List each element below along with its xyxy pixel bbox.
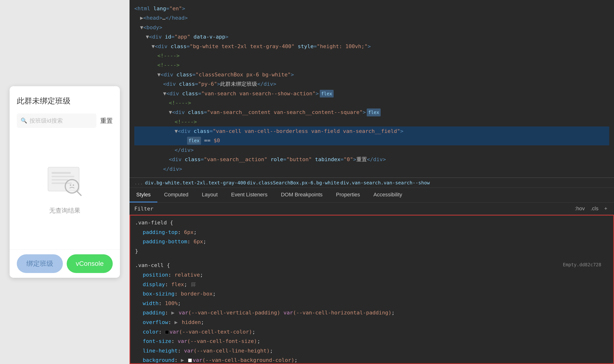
breadcrumb-bar: ... div.bg-white.text-2xl.text-gray-400 …: [129, 178, 614, 188]
css-property-line: position: relative;: [135, 270, 609, 280]
empty-text: 无查询结果: [49, 207, 80, 215]
svg-rect-2: [52, 176, 74, 177]
svg-point-8: [73, 184, 74, 186]
tree-line: ▶ <head>…</head>: [134, 13, 609, 23]
css-property-line: color: var(--van-cell-text-color);: [135, 327, 609, 337]
svg-point-7: [70, 184, 71, 186]
css-property-line: width: 100%;: [135, 299, 609, 308]
empty-illustration: [41, 162, 89, 201]
filter-buttons: :hov .cls +: [573, 205, 609, 213]
search-box[interactable]: 🔍 按班级id搜索: [17, 114, 97, 128]
html-tree: <html lang="en"> ▶ <head>…</head> ▼ <bod…: [129, 0, 614, 178]
tree-line: <html lang="en">: [134, 4, 609, 13]
css-property-line: padding-bottom: 6px;: [135, 237, 609, 247]
tree-line: ▼ <div class="van-search van-search--sho…: [134, 89, 609, 98]
css-property-line: line-height: var(--van-cell-line-height)…: [135, 346, 609, 356]
add-rule-button[interactable]: +: [602, 205, 609, 213]
css-property-line: padding: ▶ var(--van-cell-vertical-paddi…: [135, 308, 609, 318]
cls-button[interactable]: .cls: [588, 205, 600, 213]
tree-line: <!---->: [134, 60, 609, 70]
tab-dom-breakpoints[interactable]: DOM Breakpoints: [274, 188, 329, 202]
tree-line: <!---->: [134, 98, 609, 107]
tree-line: <!---->: [134, 117, 609, 126]
color-swatch-white[interactable]: [188, 359, 192, 362]
tree-line: </div>: [134, 145, 609, 155]
grid-icon[interactable]: [191, 283, 196, 287]
css-property-line: box-sizing: border-box;: [135, 289, 609, 299]
tab-layout[interactable]: Layout: [195, 188, 224, 202]
css-rule-van-cell: Empty.dd82c728 .van-cell { position: rel…: [135, 260, 609, 364]
search-row: 🔍 按班级id搜索 重置: [17, 114, 113, 128]
css-brace-open: .van-field {: [135, 218, 609, 228]
empty-image: [41, 162, 89, 201]
css-property-line: font-size: var(--van-cell-font-size);: [135, 337, 609, 346]
tree-line-highlighted-badge: flex == $0: [134, 136, 609, 145]
breadcrumb-item[interactable]: div.classSearchBox.px-6.bg-white: [247, 180, 339, 186]
tree-line: ▼ <div id="app" data-v-app>: [134, 32, 609, 41]
css-brace-open: .van-cell {: [135, 260, 609, 270]
search-placeholder-text: 按班级id搜索: [29, 117, 63, 125]
tree-line: ▼ <div class="van-search__content van-se…: [134, 107, 609, 117]
css-property-line: overflow: ▶ hidden;: [135, 318, 609, 327]
bind-class-button[interactable]: 绑定班级: [17, 254, 63, 273]
color-swatch-dark[interactable]: [165, 330, 169, 334]
tree-line: <div class="py-6">此群未绑定班级</div>: [134, 79, 609, 89]
card-bottom: 绑定班级 vConsole: [10, 249, 120, 278]
tab-styles[interactable]: Styles: [129, 188, 157, 202]
tag-text: <html lang="en">: [134, 4, 185, 13]
left-panel: 此群未绑定班级 🔍 按班级id搜索 重置: [0, 0, 129, 364]
tree-line: </div>: [134, 164, 609, 174]
tree-line: ▼ <body>: [134, 23, 609, 32]
css-source-label: Empty.dd82c728: [563, 260, 601, 269]
reset-button[interactable]: 重置: [100, 117, 113, 125]
tab-accessibility[interactable]: Accessibility: [367, 188, 409, 202]
css-panel: .van-field { padding-top: 6px; padding-b…: [129, 215, 614, 364]
svg-rect-4: [52, 182, 72, 184]
search-icon: 🔍: [21, 117, 27, 124]
phone-card: 此群未绑定班级 🔍 按班级id搜索 重置: [10, 86, 120, 278]
breadcrumb-item[interactable]: div.bg-white.text-2xl.text-gray-400: [145, 180, 246, 186]
tree-line: <!---->: [134, 51, 609, 60]
svg-rect-3: [52, 179, 68, 181]
css-rule-van-field: .van-field { padding-top: 6px; padding-b…: [135, 218, 609, 256]
svg-line-6: [77, 191, 81, 195]
tree-line: ▼ <div class="bg-white text-2xl text-gra…: [134, 42, 609, 51]
tree-line: ▼ <div class="classSearchBox px-6 bg-whi…: [134, 70, 609, 79]
devtools-panel: <html lang="en"> ▶ <head>…</head> ▼ <bod…: [129, 0, 614, 364]
css-property-line: display: flex;: [135, 280, 609, 289]
filter-label: Filter: [134, 206, 573, 212]
css-property-line: background: ▶ var(--van-cell-background-…: [135, 355, 609, 364]
svg-rect-1: [52, 172, 71, 174]
hov-button[interactable]: :hov: [573, 205, 587, 213]
vconsole-button[interactable]: vConsole: [67, 254, 113, 273]
tabs-row: Styles Computed Layout Event Listeners D…: [129, 188, 614, 203]
tree-line: <div class="van-search__action" role="bu…: [134, 155, 609, 164]
tree-line-highlighted: ▼ <div class="van-cell van-cell--borderl…: [134, 126, 609, 136]
filter-row: Filter :hov .cls +: [129, 203, 614, 215]
breadcrumb-item[interactable]: div.van-search.van-search--show: [340, 180, 430, 186]
tab-properties[interactable]: Properties: [329, 188, 367, 202]
css-property-line: padding-top: 6px;: [135, 228, 609, 237]
tab-computed[interactable]: Computed: [157, 188, 195, 202]
empty-state: 无查询结果: [17, 135, 113, 242]
css-brace-close: }: [135, 247, 609, 256]
tab-event-listeners[interactable]: Event Listeners: [224, 188, 274, 202]
breadcrumb-dots: ...: [134, 180, 143, 186]
card-title: 此群未绑定班级: [17, 96, 113, 106]
